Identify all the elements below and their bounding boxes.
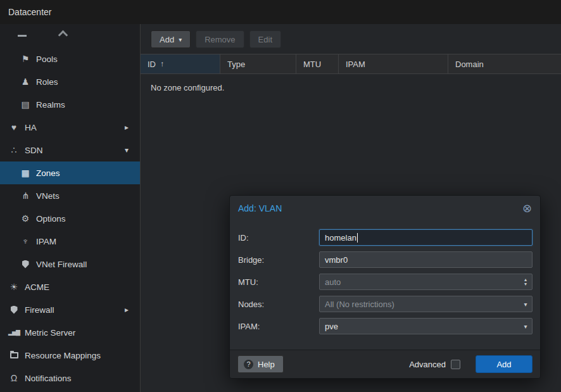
address-book-icon: ▤ <box>19 99 32 110</box>
sidebar-item-label: Resource Mappings <box>25 351 140 360</box>
sidebar-item-label: IPAM <box>36 237 140 246</box>
edit-zone-button[interactable]: Edit <box>249 30 281 48</box>
sidebar-tree: ⚑ Pools ♟ Roles ▤ Realms ♥ HA ▸ ∴ SDN ▾ <box>0 24 141 392</box>
column-header-id[interactable]: ID ↑ <box>141 54 220 73</box>
spinner-down-icon[interactable]: ▾ <box>524 282 527 286</box>
truncated-icon <box>18 35 27 37</box>
expand-right-icon[interactable]: ▸ <box>125 305 140 314</box>
sidebar-item-partial[interactable] <box>0 24 140 47</box>
form-row-mtu: MTU: auto ▴ ▾ <box>238 274 533 290</box>
ipam-select-value: pve <box>325 322 338 331</box>
page-title: Datacenter <box>8 7 51 17</box>
sidebar-item-ha[interactable]: ♥ HA ▸ <box>0 116 140 139</box>
add-vlan-dialog: Add: VLAN ⊗ ID: homelan Bridge: vmbr0 MT… <box>229 195 541 379</box>
bridge-input-value: vmbr0 <box>325 255 348 265</box>
gear-icon: ⚙ <box>19 213 32 224</box>
sidebar-item-label: Zones <box>36 168 140 178</box>
sidebar-item-label: Firewall <box>25 305 125 315</box>
column-header-domain[interactable]: Domain <box>448 54 561 73</box>
sidebar-item-sdn[interactable]: ∴ SDN ▾ <box>0 139 140 161</box>
sidebar-item-label: ACME <box>25 282 140 292</box>
tags-icon: ⚑ <box>19 54 32 64</box>
grid-icon: ▦ <box>19 168 32 178</box>
mtu-placeholder: auto <box>325 277 341 287</box>
form-row-id: ID: homelan <box>238 229 533 246</box>
form-row-ipam: IPAM: pve ▾ <box>238 318 533 334</box>
remove-zone-button[interactable]: Remove <box>196 30 244 48</box>
sidebar-item-label: VNet Firewall <box>36 260 140 269</box>
dialog-body: ID: homelan Bridge: vmbr0 MTU: auto ▴ <box>230 221 540 350</box>
submit-add-button[interactable]: Add <box>476 355 533 373</box>
topbar: Datacenter <box>0 0 561 24</box>
chevron-up-icon <box>58 30 68 41</box>
dropdown-caret-icon[interactable]: ▾ <box>519 319 532 334</box>
id-input-value: homelan <box>325 233 356 243</box>
ipam-field-label: IPAM: <box>238 322 319 331</box>
mtu-spinner-input[interactable]: auto ▴ ▾ <box>319 274 533 290</box>
sidebar-item-firewall[interactable]: Firewall ▸ <box>0 298 140 321</box>
sidebar-item-vnets[interactable]: ⋔ VNets <box>0 184 140 207</box>
sidebar-item-label: Pools <box>36 54 140 64</box>
add-zone-button-label: Add <box>160 35 174 44</box>
close-icon[interactable]: ⊗ <box>522 203 532 214</box>
dialog-title: Add: VLAN <box>238 203 522 213</box>
zones-toolbar: Add ▾ Remove Edit <box>141 24 561 54</box>
heartbeat-icon: ♥ <box>8 122 20 132</box>
bridge-field-label: Bridge: <box>238 255 319 265</box>
column-header-type[interactable]: Type <box>220 54 296 73</box>
bell-icon: Ω <box>8 373 20 383</box>
sitemap-icon: ⋔ <box>19 191 32 201</box>
shield-icon <box>22 260 29 269</box>
text-cursor <box>357 233 358 243</box>
column-header-ipam[interactable]: IPAM <box>339 54 448 73</box>
nodes-field-label: Nodes: <box>238 300 319 309</box>
id-input[interactable]: homelan <box>319 229 533 246</box>
sidebar-item-roles[interactable]: ♟ Roles <box>0 70 140 93</box>
form-row-bridge: Bridge: vmbr0 <box>238 251 533 268</box>
zones-table-header: ID ↑ Type MTU IPAM Domain <box>141 54 561 74</box>
expand-right-icon[interactable]: ▸ <box>125 123 140 132</box>
shield-icon <box>11 306 18 314</box>
nodes-placeholder: All (No restrictions) <box>325 300 394 309</box>
help-button[interactable]: ? Help <box>237 355 284 373</box>
empty-table-message: No zone configured. <box>141 74 561 92</box>
sidebar-item-pools[interactable]: ⚑ Pools <box>0 47 140 70</box>
sidebar-item-metric-server[interactable]: ▂▅▇ Metric Server <box>0 321 140 344</box>
ipam-select[interactable]: pve ▾ <box>319 318 533 334</box>
bar-chart-icon: ▂▅▇ <box>8 329 20 336</box>
sidebar-item-notifications[interactable]: Ω Notifications <box>0 367 140 389</box>
add-zone-button[interactable]: Add ▾ <box>151 30 191 48</box>
form-row-nodes: Nodes: All (No restrictions) ▾ <box>238 296 533 312</box>
sidebar-item-label: Metric Server <box>25 328 140 338</box>
collapse-down-icon[interactable]: ▾ <box>125 146 140 155</box>
nodes-select[interactable]: All (No restrictions) ▾ <box>319 296 533 312</box>
sidebar-item-vnet-firewall[interactable]: VNet Firewall <box>0 253 140 275</box>
sidebar-item-realms[interactable]: ▤ Realms <box>0 93 140 116</box>
sidebar-item-label: Roles <box>36 77 140 87</box>
sidebar-item-ipam[interactable]: ♆ IPAM <box>0 230 140 253</box>
advanced-label: Advanced <box>409 360 446 369</box>
column-header-mtu[interactable]: MTU <box>296 54 339 73</box>
proxmox-datacenter-screen: Datacenter ⚑ Pools ♟ Roles ▤ Realms ♥ <box>0 0 561 392</box>
sidebar-item-resource-mappings[interactable]: Resource Mappings <box>0 344 140 367</box>
bridge-input[interactable]: vmbr0 <box>319 251 533 268</box>
caret-down-icon: ▾ <box>179 36 182 43</box>
mtu-field-label: MTU: <box>238 277 319 287</box>
dialog-header[interactable]: Add: VLAN ⊗ <box>230 196 540 221</box>
question-icon: ? <box>244 360 253 369</box>
sidebar-item-zones[interactable]: ▦ Zones <box>0 161 140 184</box>
sidebar-item-acme[interactable]: ☀ ACME <box>0 275 140 298</box>
sidebar-item-label: Notifications <box>25 374 140 383</box>
sort-ascending-icon: ↑ <box>160 60 164 68</box>
sidebar-item-label: Realms <box>36 100 140 110</box>
sidebar-item-options[interactable]: ⚙ Options <box>0 207 140 230</box>
dialog-footer: ? Help Advanced Add <box>230 350 540 378</box>
user-icon: ♟ <box>19 77 32 87</box>
sidebar-item-label: VNets <box>36 191 140 201</box>
advanced-checkbox[interactable] <box>451 360 460 369</box>
folder-icon <box>10 352 18 358</box>
help-button-label: Help <box>258 360 275 369</box>
dropdown-caret-icon[interactable]: ▾ <box>519 296 532 312</box>
sidebar-item-label: Options <box>36 214 140 224</box>
number-spinner-icon[interactable]: ▴ ▾ <box>519 274 532 289</box>
